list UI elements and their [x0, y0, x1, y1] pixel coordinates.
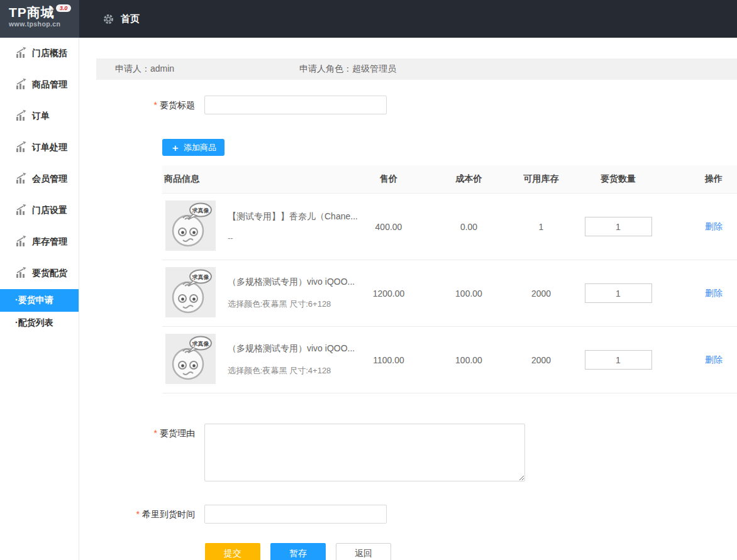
col-price: 售价: [345, 173, 433, 185]
product-cost: 100.00: [433, 355, 505, 365]
sidebar-item-inventory[interactable]: 库存管理: [0, 226, 79, 258]
sidebar-item-label: 门店概括: [32, 48, 67, 59]
product-price: 1100.00: [345, 355, 433, 365]
sidebar-subitem-distribution-list[interactable]: ·配货列表: [0, 312, 79, 334]
sidebar-item-label: 会员管理: [32, 173, 67, 185]
home-label: 首页: [121, 13, 140, 25]
sidebar-item-label: 订单处理: [32, 142, 67, 153]
product-price: 400.00: [345, 222, 433, 232]
required-asterisk: *: [154, 428, 157, 438]
stats-icon: [14, 266, 27, 281]
delete-link[interactable]: 删除: [705, 288, 723, 298]
requisition-reason-label: *要货理由: [80, 424, 204, 442]
product-stock: 1: [505, 222, 577, 232]
requisition-title-label: *要货标题: [80, 96, 204, 114]
stats-icon: [14, 141, 27, 155]
svg-text:求真像: 求真像: [192, 207, 210, 214]
sidebar: 门店概括 商品管理 订单 订单处理 会员管理 门店设置 库存管理 要货配货 ·要…: [0, 38, 79, 560]
sidebar-item-store-settings[interactable]: 门店设置: [0, 195, 79, 226]
sidebar-item-label: 订单: [32, 111, 50, 122]
product-cost: 0.00: [433, 222, 505, 232]
sidebar-item-label: 库存管理: [32, 236, 67, 248]
product-placeholder-image: 求真像: [165, 267, 216, 319]
logo-domain: www.tpshop.cn: [9, 20, 79, 28]
sidebar-item-store-overview[interactable]: 门店概括: [0, 38, 79, 69]
sidebar-item-orders[interactable]: 订单: [0, 101, 79, 132]
table-row: 求真像 （多规格测试专用）vivo iQOO... 选择颜色:夜幕黑 尺寸:6+…: [162, 260, 737, 327]
applicant-role-text: 申请人角色：超级管理员: [299, 63, 396, 75]
required-asterisk: *: [136, 509, 140, 519]
sidebar-item-order-processing[interactable]: 订单处理: [0, 132, 79, 163]
quantity-input[interactable]: [585, 350, 652, 370]
gear-icon: [103, 13, 114, 25]
product-spec: 选择颜色:夜幕黑 尺寸:6+128: [228, 299, 355, 310]
col-quantity: 要货数量: [577, 173, 659, 185]
requisition-title-input[interactable]: [204, 96, 387, 114]
product-placeholder-image: 求真像: [165, 200, 216, 253]
stats-icon: [14, 204, 27, 218]
arrival-time-input[interactable]: [204, 505, 387, 524]
table-row: 求真像 （多规格测试专用）vivo iQOO... 选择颜色:夜幕黑 尺寸:4+…: [162, 327, 737, 393]
product-placeholder-image: 求真像: [165, 334, 216, 386]
tab-home[interactable]: 首页: [103, 0, 140, 38]
submit-button[interactable]: 提交: [205, 543, 260, 560]
col-action: 操作: [659, 173, 737, 185]
product-name: （多规格测试专用）vivo iQOO...: [228, 343, 355, 354]
sidebar-item-label: 门店设置: [32, 205, 67, 216]
plus-icon: ＋: [170, 143, 180, 152]
requisition-title-row: *要货标题: [80, 96, 737, 114]
requisition-reason-row: *要货理由: [80, 424, 737, 481]
product-stock: 2000: [505, 355, 577, 365]
table-row: 求真像 【测试专用】】香奈儿（Chane... -- 400.00 0.00 1…: [162, 194, 737, 260]
applicant-info-bar: 申请人：admin 申请人角色：超级管理员: [96, 58, 737, 80]
product-cost: 100.00: [433, 288, 505, 299]
delete-link[interactable]: 删除: [705, 221, 723, 231]
product-price: 1200.00: [345, 288, 433, 299]
stats-icon: [14, 172, 27, 187]
delete-link[interactable]: 删除: [705, 354, 723, 365]
sidebar-item-requisition[interactable]: 要货配货: [0, 258, 79, 289]
logo-title: TP商城: [9, 6, 55, 19]
sidebar-item-label: 商品管理: [32, 79, 67, 91]
add-product-button[interactable]: ＋ 添加商品: [162, 139, 224, 156]
applicant-text: 申请人：admin: [115, 63, 299, 75]
save-draft-button[interactable]: 暂存: [270, 543, 326, 560]
stats-icon: [14, 109, 27, 124]
arrival-time-row: *希里到货时间: [80, 505, 737, 524]
product-stock: 2000: [505, 288, 577, 299]
stats-icon: [14, 47, 27, 61]
stats-icon: [14, 235, 27, 250]
sidebar-subitem-label: ·配货列表: [15, 317, 53, 329]
main-content: 申请人：admin 申请人角色：超级管理员 *要货标题 ＋ 添加商品 商品信息 …: [80, 38, 737, 560]
requisition-reason-textarea[interactable]: [204, 424, 525, 481]
sidebar-item-goods[interactable]: 商品管理: [0, 69, 79, 101]
version-badge: 3.0: [56, 4, 72, 12]
goods-table: 商品信息 售价 成本价 可用库存 要货数量 操作: [162, 165, 737, 393]
product-spec: --: [228, 233, 358, 243]
sidebar-subitem-requisition-apply[interactable]: ·要货申请: [0, 289, 79, 312]
required-asterisk: *: [154, 100, 157, 110]
quantity-input[interactable]: [585, 283, 652, 303]
col-stock: 可用库存: [505, 173, 577, 185]
topbar: TP商城 3.0 www.tpshop.cn 首页: [0, 0, 737, 38]
goods-table-header: 商品信息 售价 成本价 可用库存 要货数量 操作: [162, 165, 737, 194]
sidebar-item-members[interactable]: 会员管理: [0, 163, 79, 195]
svg-text:求真像: 求真像: [192, 341, 210, 347]
product-name: 【测试专用】】香奈儿（Chane...: [228, 211, 358, 222]
product-name: （多规格测试专用）vivo iQOO...: [228, 277, 355, 288]
product-spec: 选择颜色:夜幕黑 尺寸:4+128: [228, 365, 355, 376]
stats-icon: [14, 78, 27, 92]
arrival-time-label: *希里到货时间: [80, 505, 204, 524]
svg-text:求真像: 求真像: [192, 274, 210, 280]
back-button[interactable]: 返回: [336, 543, 391, 560]
col-cost: 成本价: [433, 173, 505, 185]
col-product-info: 商品信息: [162, 173, 345, 185]
sidebar-subitem-label: ·要货申请: [15, 295, 53, 306]
quantity-input[interactable]: [585, 217, 652, 236]
logo[interactable]: TP商城 3.0 www.tpshop.cn: [0, 0, 79, 38]
form-actions: 提交 暂存 返回: [205, 543, 737, 560]
sidebar-item-label: 要货配货: [32, 268, 67, 279]
